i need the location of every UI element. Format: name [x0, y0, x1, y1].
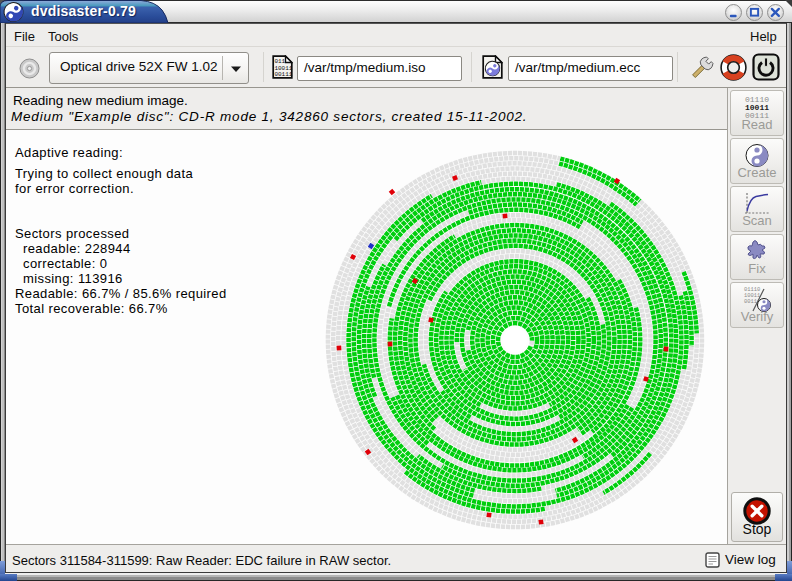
svg-text:00111: 00111: [274, 71, 292, 78]
